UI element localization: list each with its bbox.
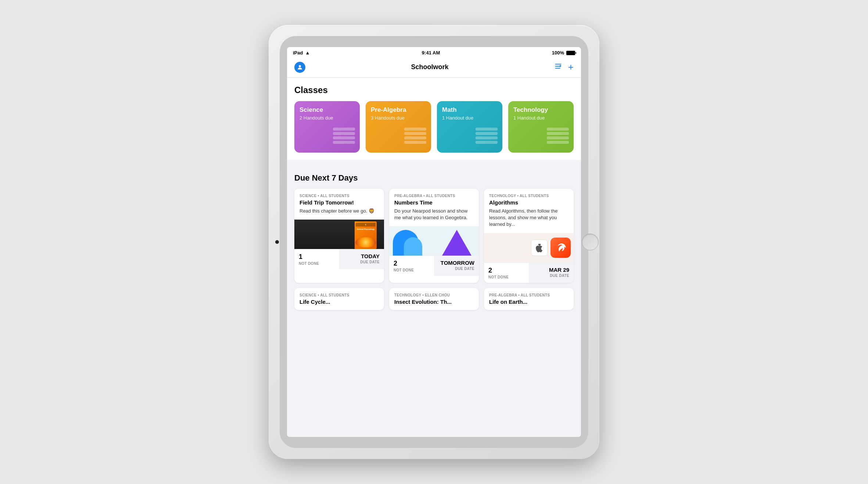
field-trip-count-num: 1 bbox=[299, 253, 335, 261]
screen: iPad ▲ 9:41 AM 100% bbox=[287, 47, 581, 437]
prealgebra-card-title: Pre-Algebra bbox=[371, 106, 426, 114]
algorithms-desc: Read Algorithms, then follow the lessons… bbox=[489, 208, 568, 228]
status-right: 100% bbox=[552, 50, 575, 56]
due-title: Due Next 7 Days bbox=[294, 173, 574, 183]
status-time: 9:41 AM bbox=[422, 50, 440, 56]
device-name: iPad bbox=[293, 50, 303, 56]
field-trip-count-label: NOT DONE bbox=[299, 261, 335, 266]
partial-card-insect-evolution[interactable]: TECHNOLOGY • ELLEN CHOU Insect Evolution… bbox=[389, 288, 479, 310]
classes-section: Classes Science 2 Handouts due bbox=[287, 78, 581, 160]
class-card-technology[interactable]: Technology 1 Handout due bbox=[508, 101, 574, 153]
algorithms-due-date: MAR 29 bbox=[549, 267, 569, 273]
svg-rect-4 bbox=[333, 141, 355, 144]
svg-point-0 bbox=[299, 65, 301, 67]
svg-rect-14 bbox=[476, 132, 498, 135]
svg-rect-18 bbox=[547, 132, 569, 135]
field-trip-class: SCIENCE • ALL STUDENTS bbox=[300, 194, 379, 198]
algorithms-footer: 2 NOT DONE MAR 29 DUE DATE bbox=[484, 263, 574, 283]
book-cover: 4 Animal Physiology bbox=[355, 221, 377, 249]
ipad-frame: iPad ▲ 9:41 AM 100% bbox=[280, 36, 588, 448]
numbers-time-due-label: DUE DATE bbox=[455, 267, 474, 271]
bottom-cards: SCIENCE • ALL STUDENTS Life Cycle... TEC… bbox=[294, 288, 574, 310]
home-button[interactable] bbox=[582, 234, 599, 250]
svg-rect-5 bbox=[333, 136, 355, 139]
numbers-time-body: PRE-ALGEBRA • ALL STUDENTS Numbers Time … bbox=[389, 189, 479, 226]
nav-right: + bbox=[554, 61, 574, 73]
algorithms-count: 2 NOT DONE bbox=[484, 263, 529, 283]
edit-assignments-icon[interactable] bbox=[554, 62, 562, 72]
numbers-time-desc: Do your Nearpod lesson and show me what … bbox=[394, 208, 474, 221]
numbers-time-date: TOMORROW DUE DATE bbox=[434, 256, 479, 276]
numbers-time-class: PRE-ALGEBRA • ALL STUDENTS bbox=[394, 194, 474, 198]
numbers-time-title: Numbers Time bbox=[394, 199, 474, 206]
battery-icon bbox=[566, 51, 575, 55]
assignment-grid: SCIENCE • ALL STUDENTS Field Trip Tomorr… bbox=[294, 189, 574, 283]
technology-card-title: Technology bbox=[513, 106, 568, 114]
numbers-time-image bbox=[389, 226, 479, 256]
svg-rect-7 bbox=[333, 128, 355, 131]
add-button[interactable]: + bbox=[568, 61, 574, 73]
prealgebra-card-subtitle: 3 Handouts due bbox=[371, 115, 426, 121]
blue-arc2-shape bbox=[404, 237, 422, 256]
algorithms-due-label: DUE DATE bbox=[550, 274, 569, 278]
field-trip-date: TODAY DUE DATE bbox=[339, 249, 384, 269]
field-trip-body: SCIENCE • ALL STUDENTS Field Trip Tomorr… bbox=[294, 189, 384, 220]
svg-rect-13 bbox=[476, 136, 498, 139]
field-trip-count: 1 NOT DONE bbox=[294, 249, 339, 269]
algorithms-date: MAR 29 DUE DATE bbox=[529, 263, 574, 283]
profile-button[interactable] bbox=[294, 62, 305, 73]
svg-rect-15 bbox=[476, 128, 498, 131]
numbers-time-count: 2 NOT DONE bbox=[389, 256, 434, 276]
algorithms-count-label: NOT DONE bbox=[488, 275, 524, 279]
field-trip-desc: Read this chapter before we go. 🦁 bbox=[300, 208, 379, 214]
algorithms-count-num: 2 bbox=[488, 267, 524, 274]
ipad-device: iPad ▲ 9:41 AM 100% bbox=[269, 25, 599, 459]
swift-logo bbox=[550, 238, 571, 258]
svg-rect-19 bbox=[547, 128, 569, 131]
algorithms-title: Algorithms bbox=[489, 199, 568, 206]
math-card-subtitle: 1 Handout due bbox=[442, 115, 497, 121]
classes-title: Classes bbox=[294, 85, 574, 95]
science-card-title: Science bbox=[300, 106, 355, 114]
insect-evolution-class: TECHNOLOGY • ELLEN CHOU bbox=[394, 293, 474, 297]
assignment-card-numbers-time[interactable]: PRE-ALGEBRA • ALL STUDENTS Numbers Time … bbox=[389, 189, 479, 283]
life-cycle-title: Life Cycle... bbox=[300, 299, 379, 305]
algorithms-body: TECHNOLOGY • ALL STUDENTS Algorithms Rea… bbox=[484, 189, 574, 233]
field-trip-due-label: DUE DATE bbox=[360, 260, 380, 264]
svg-rect-10 bbox=[404, 132, 426, 135]
field-trip-footer: 1 NOT DONE TODAY DUE DATE bbox=[294, 249, 384, 269]
insect-evolution-title: Insect Evolution: Th... bbox=[394, 299, 474, 305]
class-card-prealgebra[interactable]: Pre-Algebra 3 Handouts due bbox=[366, 101, 431, 153]
navigation-bar: Schoolwork + bbox=[287, 58, 581, 78]
life-earth-title: Life on Earth... bbox=[489, 299, 568, 305]
assignment-card-algorithms[interactable]: TECHNOLOGY • ALL STUDENTS Algorithms Rea… bbox=[484, 189, 574, 283]
class-card-science[interactable]: Science 2 Handouts due bbox=[294, 101, 360, 153]
due-section: Due Next 7 Days SCIENCE • ALL STUDENTS F… bbox=[287, 166, 581, 317]
numbers-time-footer: 2 NOT DONE TOMORROW DUE DATE bbox=[389, 256, 479, 276]
field-trip-due-date: TODAY bbox=[361, 253, 380, 259]
triangle-shape bbox=[442, 230, 471, 256]
life-earth-class: PRE-ALGEBRA • ALL STUDENTS bbox=[489, 293, 568, 297]
svg-rect-17 bbox=[547, 136, 569, 139]
partial-card-life-earth[interactable]: PRE-ALGEBRA • ALL STUDENTS Life on Earth… bbox=[484, 288, 574, 310]
field-trip-image: 4 Animal Physiology bbox=[294, 220, 384, 249]
assignment-card-field-trip[interactable]: SCIENCE • ALL STUDENTS Field Trip Tomorr… bbox=[294, 189, 384, 283]
svg-rect-6 bbox=[333, 132, 355, 135]
algorithms-class: TECHNOLOGY • ALL STUDENTS bbox=[489, 194, 568, 198]
life-cycle-class: SCIENCE • ALL STUDENTS bbox=[300, 293, 379, 297]
svg-rect-11 bbox=[404, 128, 426, 131]
svg-rect-16 bbox=[547, 141, 569, 144]
science-card-subtitle: 2 Handouts due bbox=[300, 115, 355, 121]
battery-percent: 100% bbox=[552, 50, 564, 56]
camera-dot bbox=[275, 240, 279, 244]
partial-card-life-cycle[interactable]: SCIENCE • ALL STUDENTS Life Cycle... bbox=[294, 288, 384, 310]
content-area: Classes Science 2 Handouts due bbox=[287, 78, 581, 437]
numbers-time-count-label: NOT DONE bbox=[394, 268, 430, 272]
page-title: Schoolwork bbox=[411, 63, 448, 71]
wifi-icon: ▲ bbox=[305, 50, 310, 56]
apple-logo bbox=[531, 239, 548, 256]
status-left: iPad ▲ bbox=[293, 50, 310, 56]
math-card-title: Math bbox=[442, 106, 497, 114]
class-card-math[interactable]: Math 1 Handout due bbox=[437, 101, 502, 153]
status-bar: iPad ▲ 9:41 AM 100% bbox=[287, 47, 581, 58]
